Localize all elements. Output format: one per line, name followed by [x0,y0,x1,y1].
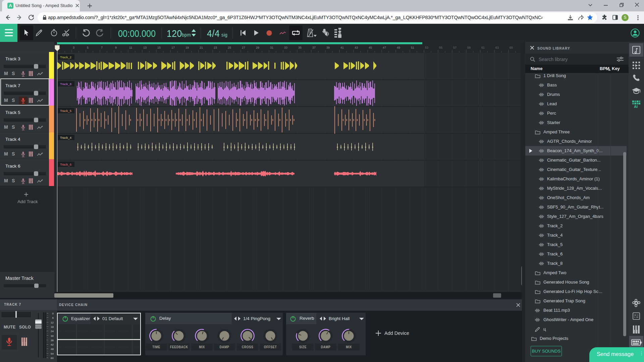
svg-text:43: 43 [355,46,358,49]
svg-text:Track_4: Track_4 [60,136,71,139]
svg-text:51: 51 [411,46,414,49]
svg-text:27: 27 [242,46,245,49]
svg-text:7: 7 [101,46,103,49]
svg-text:AI: AI [634,105,638,109]
svg-text:41: 41 [340,46,344,49]
svg-text:63: 63 [495,46,499,49]
svg-text:37: 37 [312,46,316,49]
svg-text:25: 25 [228,46,231,49]
svg-text:39: 39 [326,46,330,49]
svg-text:57: 57 [453,46,457,49]
svg-text:49: 49 [397,46,400,49]
svg-text:61: 61 [481,46,485,49]
svg-text:11: 11 [129,46,132,49]
svg-text:9: 9 [115,46,117,49]
svg-text:Track_5: Track_5 [60,109,71,113]
svg-text:23: 23 [214,46,217,49]
svg-text:33: 33 [284,46,287,49]
svg-text:21: 21 [200,46,203,49]
svg-text:3: 3 [73,46,74,49]
svg-text:Track_2: Track_2 [60,55,71,59]
svg-text:17: 17 [171,46,175,49]
svg-text:65: 65 [509,46,513,49]
svg-text:31: 31 [270,46,273,49]
svg-text:55: 55 [439,46,442,49]
svg-text:13: 13 [143,46,147,49]
svg-text:47: 47 [383,46,386,49]
svg-text:5: 5 [87,46,89,49]
svg-text:35: 35 [298,46,302,49]
svg-text:19: 19 [185,46,189,49]
svg-text:15: 15 [157,46,161,49]
svg-text:59: 59 [467,46,471,49]
svg-text:Track_6: Track_6 [60,163,71,166]
svg-text:29: 29 [256,46,259,49]
svg-text:45: 45 [369,46,372,49]
svg-text:Track_8: Track_8 [60,82,71,86]
svg-text:53: 53 [425,46,428,49]
